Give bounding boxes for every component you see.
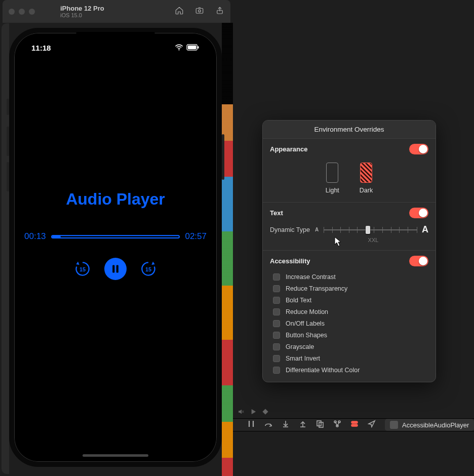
svg-point-1 [199, 10, 201, 12]
appearance-section: Appearance Light Dark [263, 139, 436, 203]
accessibility-label: Accessibility [270, 257, 310, 265]
dark-label: Dark [360, 187, 373, 194]
appearance-toggle[interactable] [409, 144, 428, 154]
volume-down-button[interactable] [7, 162, 9, 191]
accessibility-option[interactable]: Reduce Transparency [273, 285, 428, 292]
accessibility-option[interactable]: Bold Text [273, 297, 428, 304]
play-mini-icon[interactable] [250, 408, 256, 417]
memory-graph-icon[interactable] [333, 420, 341, 430]
accessibility-option-label: Increase Contrast [286, 273, 336, 281]
iphone-frame: 11:18 Audio Player 00:13 02:57 15 [9, 28, 222, 467]
debug-toolbar: AccessibleAudioPlayer [233, 418, 474, 431]
accessibility-option[interactable]: Differentiate Without Color [273, 367, 428, 374]
springboard-peek [222, 23, 233, 476]
share-icon[interactable] [215, 6, 224, 17]
playback-controls: 15 15 [73, 258, 158, 280]
dynamic-type-value: XXL [270, 237, 428, 243]
svg-text:15: 15 [145, 266, 151, 272]
close-dot[interactable] [9, 9, 15, 15]
accessibility-option-label: Bold Text [286, 297, 311, 304]
step-out-icon[interactable] [299, 420, 307, 430]
checkbox[interactable] [273, 297, 280, 304]
accessibility-option-label: Button Shapes [286, 332, 327, 339]
checkbox[interactable] [273, 273, 280, 281]
accessibility-option[interactable]: Reduce Motion [273, 308, 428, 315]
environment-overrides-icon[interactable] [350, 420, 359, 430]
skip-back-button[interactable]: 15 [73, 259, 92, 279]
scheme-name: AccessibleAudioPlayer [402, 421, 469, 429]
location-icon[interactable] [368, 420, 376, 430]
volume-up-button[interactable] [7, 127, 9, 156]
appearance-label: Appearance [270, 145, 307, 153]
process-picker[interactable]: AccessibleAudioPlayer [385, 419, 474, 431]
checkbox[interactable] [273, 367, 280, 374]
svg-rect-9 [116, 265, 118, 273]
progress-slider[interactable] [51, 235, 180, 239]
status-bar: 11:18 [14, 42, 217, 53]
dark-mode-icon [360, 163, 372, 183]
app-title: Audio Player [66, 190, 165, 209]
appearance-light-option[interactable]: Light [326, 163, 339, 194]
pause-button[interactable] [104, 258, 127, 280]
accessibility-option[interactable]: Grayscale [273, 343, 428, 350]
popover-title: Environment Overrides [263, 121, 436, 139]
zoom-dot[interactable] [29, 9, 35, 15]
silent-switch[interactable] [7, 99, 9, 115]
small-a-icon: A [315, 227, 319, 232]
screenshot-icon[interactable] [195, 6, 204, 17]
text-toggle[interactable] [409, 208, 428, 218]
accessibility-option[interactable]: Button Shapes [273, 332, 428, 339]
power-button[interactable] [222, 134, 224, 180]
light-mode-icon [326, 163, 338, 183]
accessibility-option[interactable]: Increase Contrast [273, 273, 428, 281]
simulator-titlebar: iPhone 12 Pro iOS 15.0 [3, 0, 230, 23]
muted-icon[interactable] [238, 408, 244, 417]
view-debug-icon[interactable] [316, 420, 324, 430]
checkbox[interactable] [273, 308, 280, 315]
accessibility-option-label: Grayscale [286, 343, 314, 350]
accessibility-options-list: Increase ContrastReduce TransparencyBold… [270, 271, 428, 375]
slider-thumb[interactable] [366, 226, 370, 234]
progress-fill [52, 236, 61, 237]
checkbox[interactable] [273, 343, 280, 350]
minimize-dot[interactable] [19, 9, 25, 15]
checkbox[interactable] [273, 320, 280, 327]
wifi-icon [175, 44, 183, 52]
accessibility-option[interactable]: On/Off Labels [273, 320, 428, 327]
accessibility-option-label: Differentiate Without Color [286, 367, 360, 374]
pause-debug-button[interactable] [247, 420, 255, 430]
checkbox[interactable] [273, 332, 280, 339]
battery-icon [186, 44, 200, 52]
svg-rect-5 [188, 45, 196, 49]
diamond-icon[interactable] [262, 408, 268, 417]
light-label: Light [326, 187, 339, 194]
dynamic-type-slider[interactable] [324, 225, 417, 235]
checkbox[interactable] [273, 285, 280, 292]
large-a-icon: A [422, 224, 428, 235]
text-section: Text Dynamic Type A A [263, 203, 436, 251]
background-edge [2, 23, 9, 474]
dynamic-type-label: Dynamic Type [270, 226, 310, 233]
device-os: iOS 15.0 [60, 12, 104, 18]
text-label: Text [270, 209, 283, 217]
appearance-dark-option[interactable]: Dark [360, 163, 373, 194]
status-time: 11:18 [31, 44, 51, 52]
svg-rect-8 [112, 265, 114, 273]
elapsed-time: 00:13 [24, 231, 46, 242]
accessibility-option[interactable]: Smart Invert [273, 355, 428, 362]
skip-forward-button[interactable]: 15 [139, 259, 158, 279]
accessibility-toggle[interactable] [409, 256, 428, 266]
svg-text:15: 15 [80, 266, 86, 272]
checkbox[interactable] [273, 355, 280, 362]
step-in-icon[interactable] [282, 420, 290, 430]
home-icon[interactable] [175, 6, 184, 17]
svg-rect-17 [351, 424, 358, 426]
svg-rect-0 [196, 8, 203, 13]
home-indicator[interactable] [83, 454, 148, 457]
window-traffic-lights[interactable] [9, 9, 35, 15]
device-name: iPhone 12 Pro [60, 5, 104, 12]
svg-rect-16 [351, 421, 358, 423]
step-over-icon[interactable] [264, 420, 272, 430]
progress-row: 00:13 02:57 [24, 231, 207, 242]
app-content: Audio Player 00:13 02:57 15 15 [14, 190, 217, 280]
